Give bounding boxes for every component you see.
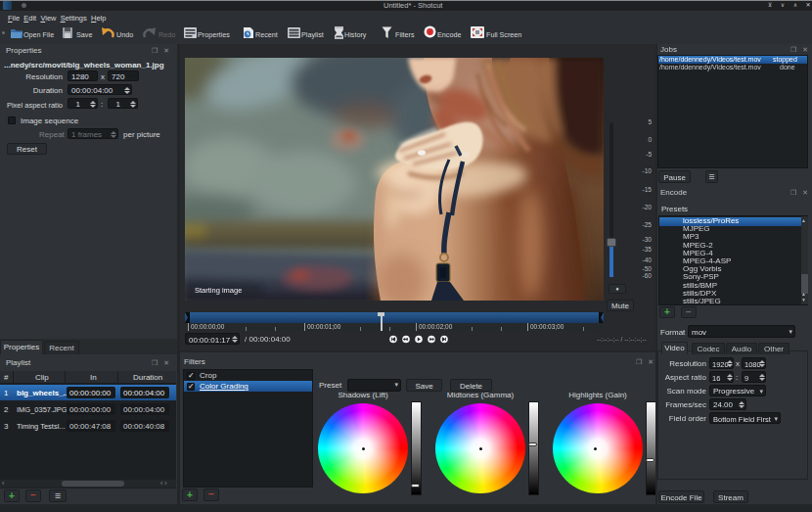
svg-text:Starting image: Starting image xyxy=(195,286,242,295)
